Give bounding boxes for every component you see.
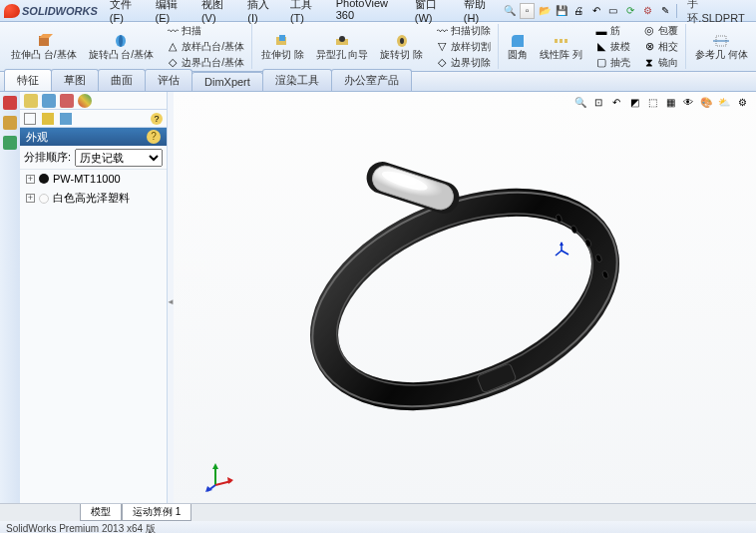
- coordinate-triad-icon: [203, 461, 235, 493]
- intersect-button[interactable]: ⊗相交: [639, 39, 681, 55]
- tab-render[interactable]: 渲染工具: [262, 69, 332, 91]
- revolve-boss-button[interactable]: 旋转凸 台/基体: [86, 32, 158, 61]
- open-icon[interactable]: 📂: [537, 3, 552, 19]
- wrap-button[interactable]: ◎包覆: [639, 23, 681, 39]
- svg-point-7: [400, 38, 404, 44]
- 3d-viewport[interactable]: 🔍 ⊡ ↶ ◩ ⬚ ▦ 👁 🎨 ⛅ ⚙: [174, 92, 756, 503]
- hole-icon: [333, 33, 351, 49]
- settings-icon[interactable]: ✎: [657, 3, 672, 19]
- linear-pattern-button[interactable]: 线性阵 列: [537, 32, 585, 61]
- panel-title: 外观: [26, 130, 48, 145]
- expand-icon[interactable]: +: [26, 175, 35, 184]
- tab-motion-study[interactable]: 运动算例 1: [122, 504, 191, 521]
- title-bar: SOLIDWORKS 文件(F) 编辑(E) 视图(V) 插入(I) 工具(T)…: [0, 0, 756, 22]
- hide-show-icon[interactable]: 👁: [680, 94, 696, 110]
- loft-cut-button[interactable]: ▽放样切割: [432, 39, 494, 55]
- taskpane-icon-2[interactable]: [3, 116, 17, 130]
- fm-tool-icon-1[interactable]: [24, 113, 36, 125]
- document-filename: 手环.SLDPRT: [687, 0, 752, 26]
- view-settings-icon[interactable]: ⚙: [734, 94, 750, 110]
- appearance-item-2[interactable]: + 白色高光泽塑料: [20, 188, 167, 209]
- tab-sketch[interactable]: 草图: [51, 69, 99, 91]
- sweep-cut-button[interactable]: 〰扫描切除: [432, 23, 494, 39]
- extrude-icon: [37, 34, 51, 48]
- svg-marker-33: [212, 463, 218, 469]
- taskpane-icon-1[interactable]: [3, 96, 17, 110]
- fm-toolbar: ?: [20, 110, 167, 128]
- rib-icon: ▬: [594, 24, 608, 38]
- ref-geometry-button[interactable]: 参考几 何体: [692, 32, 751, 61]
- pattern-icon: [553, 33, 570, 49]
- shell-button[interactable]: ▢抽壳: [591, 55, 633, 71]
- svg-rect-3: [279, 35, 285, 41]
- display-style-icon[interactable]: ▦: [662, 94, 678, 110]
- boundary-icon: ◇: [166, 56, 180, 70]
- options-icon[interactable]: ⚙: [640, 3, 655, 19]
- menu-insert[interactable]: 插入(I): [241, 0, 282, 26]
- appearance-item-1[interactable]: + PW-MT11000: [20, 170, 167, 188]
- hole-wizard-button[interactable]: 异型孔 向导: [313, 32, 372, 61]
- mirror-icon: ⧗: [642, 56, 656, 70]
- menu-file[interactable]: 文件(F): [104, 0, 148, 26]
- view-orient-icon[interactable]: ⬚: [644, 94, 660, 110]
- loft-button[interactable]: △放样凸台/基体: [163, 39, 247, 55]
- new-doc-icon[interactable]: ▫: [520, 3, 535, 19]
- expand-icon[interactable]: +: [26, 194, 35, 203]
- tab-features[interactable]: 特征: [4, 69, 52, 91]
- menu-tools[interactable]: 工具(T): [284, 0, 328, 26]
- bottom-tabs: 模型 运动算例 1: [0, 503, 756, 521]
- boundary-cut-button[interactable]: ◇边界切除: [432, 55, 494, 71]
- tab-surfaces[interactable]: 曲面: [98, 69, 146, 91]
- rebuild-icon[interactable]: ⟳: [623, 3, 638, 19]
- menu-photoview[interactable]: PhotoView 360: [330, 0, 407, 26]
- sort-select[interactable]: 历史记载: [75, 149, 163, 167]
- orientation-triad-icon[interactable]: [553, 242, 570, 260]
- tab-evaluate[interactable]: 评估: [145, 69, 192, 91]
- tab-dimxpert[interactable]: DimXpert: [191, 72, 263, 91]
- revolve-icon: [112, 33, 130, 49]
- fm-tab-tree-icon[interactable]: [24, 94, 38, 108]
- loft-cut-icon: ▽: [435, 40, 449, 54]
- search-icon[interactable]: 🔍: [503, 3, 518, 19]
- save-icon[interactable]: 💾: [555, 3, 569, 19]
- fillet-button[interactable]: 圆角: [505, 32, 531, 61]
- draft-button[interactable]: ◣拔模: [591, 39, 633, 55]
- undo-icon[interactable]: ↶: [588, 3, 603, 19]
- intersect-icon: ⊗: [642, 40, 656, 54]
- sweep-icon: 〰: [166, 24, 180, 38]
- fm-help-icon[interactable]: ?: [151, 113, 163, 125]
- fm-tab-display-icon[interactable]: [78, 94, 92, 108]
- print-icon[interactable]: 🖨: [571, 3, 586, 19]
- mirror-button[interactable]: ⧗镜向: [639, 55, 681, 71]
- select-icon[interactable]: ▭: [605, 3, 620, 19]
- refgeom-icon: [712, 33, 730, 49]
- extrude-boss-button[interactable]: 拉伸凸 台/基体: [8, 32, 80, 61]
- svg-line-30: [562, 251, 568, 255]
- appearance-icon[interactable]: 🎨: [698, 94, 714, 110]
- tab-model[interactable]: 模型: [80, 504, 122, 521]
- extrude-cut-button[interactable]: 拉伸切 除: [258, 32, 307, 61]
- prev-view-icon[interactable]: ↶: [608, 94, 624, 110]
- scene-icon[interactable]: ⛅: [716, 94, 732, 110]
- item-label: 白色高光泽塑料: [53, 191, 130, 206]
- sweep-button[interactable]: 〰扫描: [163, 23, 247, 39]
- tab-office[interactable]: 办公室产品: [331, 69, 412, 91]
- zoom-area-icon[interactable]: ⊡: [590, 94, 606, 110]
- fm-tab-prop-icon[interactable]: [42, 94, 56, 108]
- extrude-cut-icon: [273, 33, 291, 49]
- panel-help-icon[interactable]: ?: [147, 130, 161, 144]
- taskpane-icon-3[interactable]: [3, 136, 17, 150]
- loft-icon: △: [166, 40, 180, 54]
- app-name: SOLIDWORKS: [22, 5, 98, 17]
- rib-button[interactable]: ▬筋: [591, 23, 633, 39]
- svg-rect-8: [555, 39, 558, 43]
- revolve-cut-button[interactable]: 旋转切 除: [377, 32, 426, 61]
- fm-tab-config-icon[interactable]: [60, 94, 74, 108]
- item-label: PW-MT11000: [53, 173, 121, 185]
- zoom-fit-icon[interactable]: 🔍: [572, 94, 588, 110]
- section-view-icon[interactable]: ◩: [626, 94, 642, 110]
- fm-tool-icon-3[interactable]: [60, 113, 72, 125]
- sort-row: 分排顺序: 历史记载: [20, 146, 167, 170]
- main-area: ? 外观 ? 分排顺序: 历史记载 + PW-MT11000 + 白色高光泽塑料: [0, 92, 756, 503]
- fm-tool-icon-2[interactable]: [42, 113, 54, 125]
